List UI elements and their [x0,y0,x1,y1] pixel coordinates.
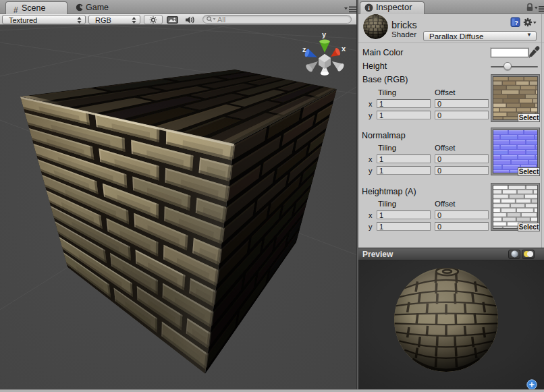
svg-text:x: x [342,45,346,53]
svg-text:?: ? [514,20,518,26]
svg-text:y: y [322,30,327,38]
svg-text:z: z [302,45,306,53]
